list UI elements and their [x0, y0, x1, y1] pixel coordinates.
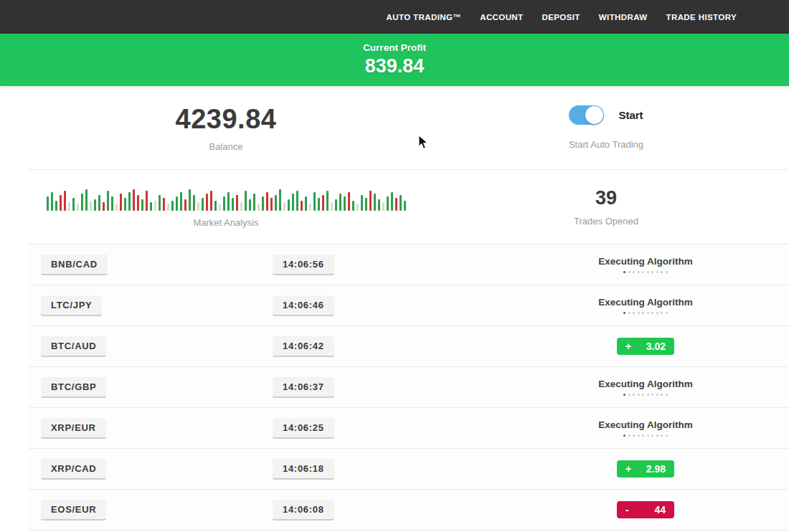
toggle-knob: [585, 106, 603, 124]
market-bar: [55, 201, 57, 211]
market-bar: [90, 201, 92, 211]
auto-trading-block: Start Start Auto Trading: [423, 86, 789, 169]
loading-dot: [656, 434, 658, 437]
loading-dot: [628, 271, 630, 273]
market-bar: [378, 199, 380, 211]
loading-dot: [642, 434, 644, 437]
trade-list: BNB/CAD14:06:56Executing AlgorithmLTC/JP…: [29, 244, 789, 531]
market-bar: [266, 192, 268, 211]
loading-dot: [651, 271, 653, 273]
time-badge: 14:06:56: [273, 255, 334, 275]
time-badge: 14:06:46: [273, 295, 334, 316]
loading-dot: [651, 394, 653, 396]
trade-row: BTC/AUD14:06:42+3.02: [29, 326, 789, 367]
time-badge: 14:06:18: [273, 459, 334, 480]
nav-item-deposit[interactable]: DEPOSIT: [542, 13, 580, 22]
auto-trading-label: Start Auto Trading: [569, 139, 643, 150]
loading-dot: [623, 394, 625, 396]
market-bar: [189, 189, 191, 211]
nav-items: AUTO TRADING™ACCOUNTDEPOSITWITHDRAWTRADE…: [387, 13, 737, 22]
executing-status-label: Executing Algorithm: [598, 379, 693, 389]
loading-dot: [661, 394, 663, 396]
market-bar: [326, 191, 329, 211]
loss-badge: -44: [617, 501, 674, 518]
balance-label: Balance: [209, 141, 243, 152]
market-bar: [236, 195, 238, 211]
market-bar: [150, 202, 152, 211]
market-bar: [68, 202, 70, 211]
loading-dot: [623, 312, 625, 314]
loading-dot: [623, 271, 625, 273]
profit-banner-label: Current Profit: [363, 42, 426, 53]
pair-badge: BTC/AUD: [41, 336, 106, 357]
market-bar: [296, 191, 298, 211]
result-sign: +: [625, 341, 631, 352]
market-bar: [51, 192, 53, 211]
time-badge: 14:06:37: [273, 377, 334, 398]
market-analysis-chart: [47, 186, 406, 211]
market-bar: [361, 195, 363, 211]
pair-badge: XRP/CAD: [41, 459, 106, 480]
executing-status-label: Executing Algorithm: [598, 256, 693, 267]
nav-item-account[interactable]: ACCOUNT: [480, 13, 523, 22]
market-bar: [141, 199, 143, 211]
market-bar: [107, 191, 109, 211]
market-bar: [344, 196, 346, 211]
loading-dot: [633, 394, 635, 396]
market-bar: [171, 201, 174, 211]
loading-dot: [661, 271, 663, 273]
pair-badge: XRP/EUR: [41, 418, 106, 439]
loading-dot: [628, 394, 630, 396]
stats-top-section: 4239.84 Balance Start Start Auto Trading: [29, 86, 789, 170]
loading-dot: [633, 434, 635, 437]
trades-opened-value: 39: [595, 187, 617, 209]
balance-block: 4239.84 Balance: [29, 86, 423, 169]
loading-dot: [633, 271, 635, 273]
pair-badge: BNB/CAD: [41, 255, 108, 275]
executing-status-label: Executing Algorithm: [598, 419, 693, 430]
loading-dot: [638, 394, 640, 396]
loading-dot: [647, 394, 649, 396]
market-bar: [227, 192, 230, 211]
nav-item-withdraw[interactable]: WITHDRAW: [599, 13, 648, 22]
market-bar: [288, 199, 290, 211]
loading-dot: [656, 271, 658, 273]
result-value: 2.98: [646, 463, 666, 475]
loading-dot: [623, 434, 625, 437]
trade-row: XRP/EUR14:06:25Executing Algorithm: [29, 408, 789, 449]
toggle-state-label: Start: [618, 109, 643, 121]
market-analysis-label: Market Analysis: [193, 217, 258, 228]
market-bar: [262, 196, 264, 211]
top-nav: AUTO TRADING™ACCOUNTDEPOSITWITHDRAWTRADE…: [0, 0, 789, 34]
market-bar: [72, 198, 75, 211]
profit-banner-value: 839.84: [365, 55, 425, 77]
market-bar: [301, 201, 303, 211]
loading-dots: [623, 271, 668, 273]
profit-badge: +3.02: [617, 338, 674, 355]
market-bar: [197, 202, 199, 211]
nav-item-auto-trading[interactable]: AUTO TRADING™: [387, 13, 462, 22]
nav-item-trade-history[interactable]: TRADE HISTORY: [666, 13, 737, 22]
market-bar: [352, 201, 354, 211]
trades-opened-block: 39 Trades Opened: [423, 170, 789, 244]
market-bar: [331, 202, 333, 211]
market-bar: [369, 191, 372, 211]
auto-trading-toggle[interactable]: [569, 105, 604, 125]
executing-status-label: Executing Algorithm: [598, 297, 693, 308]
trade-row: EOS/EUR14:06:08-44: [29, 490, 789, 531]
market-bar: [193, 195, 195, 211]
loading-dots: [623, 394, 668, 396]
loading-dot: [661, 434, 663, 437]
market-bar: [322, 195, 324, 211]
time-badge: 14:06:08: [273, 500, 334, 521]
market-bar: [335, 199, 337, 211]
market-bar: [206, 194, 208, 211]
market-bar: [270, 198, 273, 211]
pair-badge: BTC/GBP: [41, 377, 106, 398]
loading-dot: [628, 312, 630, 314]
market-bar: [180, 192, 182, 211]
market-bar: [137, 195, 139, 211]
market-bar: [387, 196, 389, 211]
market-bar: [202, 198, 204, 211]
profit-badge: +2.98: [617, 460, 674, 478]
